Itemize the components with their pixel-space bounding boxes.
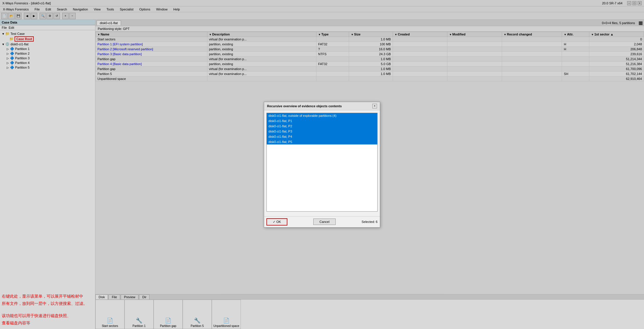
dialog-content: disk0-ci1-flat, outside of explorable pa… [264, 110, 380, 216]
dialog-ok-button[interactable]: ✓ OK [266, 218, 287, 226]
dialog-footer: ✓ OK Cancel Selected: 6 [264, 216, 380, 227]
dialog-list-item[interactable]: disk0-ci1-flat, outside of explorable pa… [267, 113, 377, 118]
dialog-list-item[interactable]: disk0-ci1-flat, P3 [267, 129, 377, 134]
dialog-titlebar: Recursive overview of evidence objects c… [264, 102, 380, 110]
dialog-overlay: Recursive overview of evidence objects c… [0, 0, 644, 329]
dialog-list-item[interactable]: disk0-ci1-flat, P2 [267, 124, 377, 129]
dialog-close-button[interactable]: × [372, 104, 377, 108]
dialog-list[interactable]: disk0-ci1-flat, outside of explorable pa… [266, 113, 378, 212]
selected-count-label: Selected: 6 [362, 220, 378, 223]
dialog-list-item[interactable]: disk0-ci1-flat, P5 [267, 139, 377, 144]
dialog-list-item[interactable]: disk0-ci1-flat, P1 [267, 118, 377, 124]
dialog: Recursive overview of evidence objects c… [264, 102, 380, 228]
dialog-list-item[interactable]: disk0-ci1-flat, P4 [267, 134, 377, 139]
dialog-title-label: Recursive overview of evidence objects c… [267, 104, 342, 108]
dialog-cancel-button[interactable]: Cancel [313, 219, 335, 225]
